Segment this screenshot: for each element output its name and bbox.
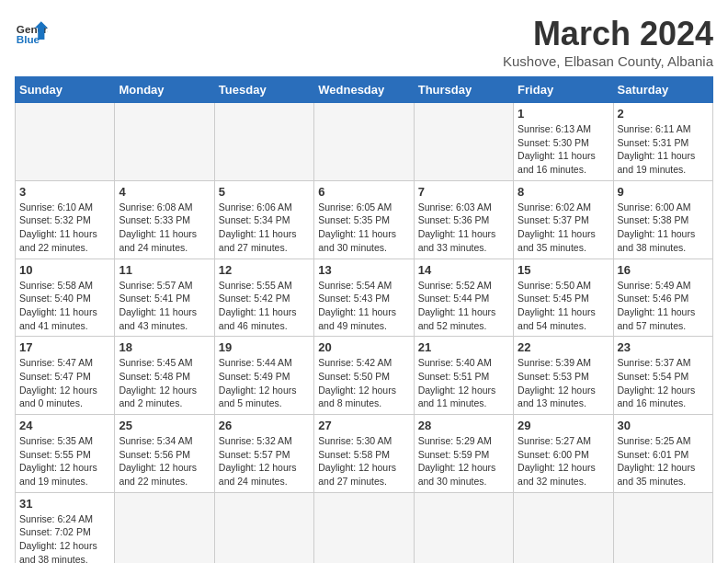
day-cell: 25Sunrise: 5:34 AMSunset: 5:56 PMDayligh… (115, 415, 214, 493)
day-number: 30 (618, 419, 709, 432)
day-cell: 2Sunrise: 6:11 AMSunset: 5:31 PMDaylight… (613, 103, 712, 181)
day-info: Sunrise: 6:24 AMSunset: 7:02 PMDaylight:… (19, 512, 110, 563)
day-cell: 24Sunrise: 5:35 AMSunset: 5:55 PMDayligh… (16, 415, 115, 493)
week-row-1: 1Sunrise: 6:13 AMSunset: 5:30 PMDaylight… (16, 103, 713, 181)
day-info: Sunrise: 6:03 AMSunset: 5:36 PMDaylight:… (418, 201, 509, 255)
day-number: 24 (19, 419, 110, 432)
day-cell: 18Sunrise: 5:45 AMSunset: 5:48 PMDayligh… (115, 337, 214, 415)
day-cell: 4Sunrise: 6:08 AMSunset: 5:33 PMDaylight… (115, 180, 214, 259)
logo: General Blue (15, 15, 48, 48)
day-cell (314, 103, 414, 181)
day-info: Sunrise: 6:00 AMSunset: 5:38 PMDaylight:… (618, 201, 709, 255)
header-row: SundayMondayTuesdayWednesdayThursdayFrid… (16, 77, 713, 103)
day-info: Sunrise: 5:35 AMSunset: 5:55 PMDaylight:… (19, 434, 110, 488)
col-header-thursday: Thursday (414, 77, 513, 103)
day-cell: 8Sunrise: 6:02 AMSunset: 5:37 PMDaylight… (514, 180, 613, 259)
day-info: Sunrise: 5:29 AMSunset: 5:59 PMDaylight:… (418, 434, 509, 488)
week-row-4: 17Sunrise: 5:47 AMSunset: 5:47 PMDayligh… (16, 337, 713, 415)
day-info: Sunrise: 5:57 AMSunset: 5:41 PMDaylight:… (119, 279, 210, 333)
day-info: Sunrise: 5:39 AMSunset: 5:53 PMDaylight:… (518, 356, 609, 410)
day-info: Sunrise: 6:02 AMSunset: 5:37 PMDaylight:… (518, 201, 609, 255)
day-number: 3 (19, 185, 110, 199)
day-cell (514, 492, 613, 563)
day-cell (115, 103, 214, 181)
day-number: 26 (219, 419, 310, 432)
day-number: 15 (518, 263, 609, 277)
day-cell: 28Sunrise: 5:29 AMSunset: 5:59 PMDayligh… (414, 415, 513, 493)
day-info: Sunrise: 6:06 AMSunset: 5:34 PMDaylight:… (219, 201, 310, 255)
col-header-friday: Friday (514, 77, 613, 103)
day-info: Sunrise: 6:13 AMSunset: 5:30 PMDaylight:… (518, 122, 609, 177)
day-number: 13 (318, 263, 409, 277)
day-cell (414, 492, 513, 563)
col-header-sunday: Sunday (16, 77, 115, 103)
col-header-monday: Monday (115, 77, 214, 103)
day-cell: 14Sunrise: 5:52 AMSunset: 5:44 PMDayligh… (414, 259, 513, 337)
day-info: Sunrise: 5:44 AMSunset: 5:49 PMDaylight:… (219, 356, 310, 410)
day-number: 10 (19, 263, 110, 277)
day-number: 23 (618, 340, 709, 354)
week-row-2: 3Sunrise: 6:10 AMSunset: 5:32 PMDaylight… (16, 180, 713, 259)
day-number: 18 (119, 340, 210, 354)
day-info: Sunrise: 5:47 AMSunset: 5:47 PMDaylight:… (19, 356, 110, 410)
day-cell: 5Sunrise: 6:06 AMSunset: 5:34 PMDaylight… (214, 180, 313, 259)
day-number: 19 (219, 340, 310, 354)
day-number: 17 (19, 340, 110, 354)
day-info: Sunrise: 6:10 AMSunset: 5:32 PMDaylight:… (19, 201, 110, 255)
day-cell (314, 492, 414, 563)
day-cell: 21Sunrise: 5:40 AMSunset: 5:51 PMDayligh… (414, 337, 513, 415)
day-number: 9 (618, 185, 709, 199)
day-number: 28 (418, 419, 509, 432)
svg-text:Blue: Blue (17, 33, 40, 45)
day-number: 21 (418, 340, 509, 354)
day-cell: 17Sunrise: 5:47 AMSunset: 5:47 PMDayligh… (16, 337, 115, 415)
day-cell: 20Sunrise: 5:42 AMSunset: 5:50 PMDayligh… (314, 337, 414, 415)
day-info: Sunrise: 5:58 AMSunset: 5:40 PMDaylight:… (19, 279, 110, 333)
day-info: Sunrise: 5:52 AMSunset: 5:44 PMDaylight:… (418, 279, 509, 333)
day-number: 11 (119, 263, 210, 277)
day-cell (214, 492, 313, 563)
day-cell: 30Sunrise: 5:25 AMSunset: 6:01 PMDayligh… (613, 415, 712, 493)
day-number: 7 (418, 185, 509, 199)
day-info: Sunrise: 5:55 AMSunset: 5:42 PMDaylight:… (219, 279, 310, 333)
day-cell: 12Sunrise: 5:55 AMSunset: 5:42 PMDayligh… (214, 259, 313, 337)
day-number: 2 (618, 107, 709, 121)
month-title: March 2024 (503, 15, 713, 53)
day-cell: 27Sunrise: 5:30 AMSunset: 5:58 PMDayligh… (314, 415, 414, 493)
day-info: Sunrise: 5:54 AMSunset: 5:43 PMDaylight:… (318, 279, 409, 333)
day-cell: 19Sunrise: 5:44 AMSunset: 5:49 PMDayligh… (214, 337, 313, 415)
col-header-wednesday: Wednesday (314, 77, 414, 103)
day-number: 5 (219, 185, 310, 199)
day-number: 1 (518, 107, 609, 121)
day-info: Sunrise: 5:32 AMSunset: 5:57 PMDaylight:… (219, 434, 310, 488)
day-number: 31 (19, 497, 110, 511)
day-cell: 9Sunrise: 6:00 AMSunset: 5:38 PMDaylight… (613, 180, 712, 259)
day-number: 25 (119, 419, 210, 432)
day-info: Sunrise: 6:11 AMSunset: 5:31 PMDaylight:… (618, 122, 709, 177)
day-cell: 29Sunrise: 5:27 AMSunset: 6:00 PMDayligh… (514, 415, 613, 493)
day-info: Sunrise: 5:50 AMSunset: 5:45 PMDaylight:… (518, 279, 609, 333)
day-number: 14 (418, 263, 509, 277)
day-number: 20 (318, 340, 409, 354)
day-info: Sunrise: 5:40 AMSunset: 5:51 PMDaylight:… (418, 356, 509, 410)
day-number: 8 (518, 185, 609, 199)
day-info: Sunrise: 6:05 AMSunset: 5:35 PMDaylight:… (318, 201, 409, 255)
title-area: March 2024 Kushove, Elbasan County, Alba… (503, 15, 713, 69)
day-info: Sunrise: 6:08 AMSunset: 5:33 PMDaylight:… (119, 201, 210, 255)
day-info: Sunrise: 5:34 AMSunset: 5:56 PMDaylight:… (119, 434, 210, 488)
day-cell: 16Sunrise: 5:49 AMSunset: 5:46 PMDayligh… (613, 259, 712, 337)
day-number: 27 (318, 419, 409, 432)
col-header-tuesday: Tuesday (214, 77, 313, 103)
day-info: Sunrise: 5:42 AMSunset: 5:50 PMDaylight:… (318, 356, 409, 410)
day-number: 6 (318, 185, 409, 199)
logo-icon: General Blue (15, 15, 48, 48)
day-cell: 23Sunrise: 5:37 AMSunset: 5:54 PMDayligh… (613, 337, 712, 415)
day-cell: 11Sunrise: 5:57 AMSunset: 5:41 PMDayligh… (115, 259, 214, 337)
day-info: Sunrise: 5:49 AMSunset: 5:46 PMDaylight:… (618, 279, 709, 333)
day-cell: 6Sunrise: 6:05 AMSunset: 5:35 PMDaylight… (314, 180, 414, 259)
day-number: 22 (518, 340, 609, 354)
day-info: Sunrise: 5:27 AMSunset: 6:00 PMDaylight:… (518, 434, 609, 488)
week-row-5: 24Sunrise: 5:35 AMSunset: 5:55 PMDayligh… (16, 415, 713, 493)
day-number: 12 (219, 263, 310, 277)
calendar-table: SundayMondayTuesdayWednesdayThursdayFrid… (15, 76, 713, 563)
